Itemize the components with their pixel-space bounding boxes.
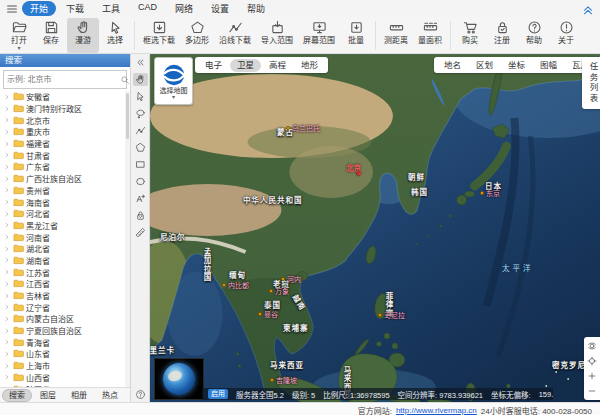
phone-text: 24小时客服电话: 400-028-0050	[481, 405, 592, 415]
map-plus-button[interactable]	[587, 371, 597, 381]
toolbar-button-9[interactable]: 屏幕范围	[298, 18, 340, 53]
toolbar-button-11[interactable]: 测距离	[379, 18, 413, 53]
strip-tool-lock[interactable]	[133, 209, 148, 222]
tree-item-province[interactable]: 江西省	[0, 278, 130, 290]
strip-tool-measure[interactable]	[133, 226, 148, 239]
toolbar-button-2[interactable]: 保存	[35, 18, 67, 53]
tree-item-province[interactable]: 宁夏回族自治区	[0, 325, 130, 337]
strip-tool-pan[interactable]	[133, 73, 148, 86]
map-type-tab-1[interactable]: 电子	[198, 59, 229, 72]
map-type-tab-3[interactable]: 高程	[262, 59, 293, 72]
toolbar-button-1[interactable]: 打开▾	[3, 18, 35, 53]
sidebar-tab-4[interactable]: 热点	[96, 390, 124, 401]
menu-item-5[interactable]: 网络	[167, 1, 201, 16]
tree-item-province[interactable]: 海南省	[0, 196, 130, 208]
menu-item-7[interactable]: 帮助	[239, 1, 273, 16]
map-viewport[interactable]: 选择地图 ▾ 电子卫星高程地形 地名区划坐标图幅瓦片 任务列表 蒙古中华人民共和…	[150, 54, 600, 402]
server-badge[interactable]: 启用	[208, 389, 228, 399]
search-input[interactable]	[4, 75, 120, 84]
menu-item-1[interactable]: 开始	[22, 1, 56, 16]
tree-item-province[interactable]: 辽宁省	[0, 301, 130, 313]
overview-globe[interactable]	[154, 358, 204, 400]
tree-item-province[interactable]: 北京市	[0, 114, 130, 126]
tree-item-province[interactable]: 湖南省	[0, 255, 130, 267]
map-minus-button[interactable]	[587, 386, 597, 396]
strip-help-button[interactable]	[135, 389, 146, 400]
tree-item-province[interactable]: 山西省	[0, 372, 130, 384]
map-source-button[interactable]: 选择地图 ▾	[154, 57, 193, 105]
map-orbit-button[interactable]	[587, 341, 597, 351]
tree-item-province[interactable]: 广西壮族自治区	[0, 173, 130, 185]
menu-item-3[interactable]: 工具	[94, 1, 128, 16]
tree-item-province[interactable]: 内蒙古自治区	[0, 313, 130, 325]
tree-item-province[interactable]: 甘肃省	[0, 149, 130, 161]
tree-scrollbar[interactable]	[125, 91, 130, 387]
tree-item-province[interactable]: 澳门特别行政区	[0, 103, 130, 115]
province-label: 河南省	[26, 232, 50, 243]
tree-item-province[interactable]: 安徽省	[0, 91, 130, 103]
tree-item-province[interactable]: 黑龙江省	[0, 220, 130, 232]
sidebar-tab-1[interactable]: 搜索	[3, 390, 31, 401]
tree-item-province[interactable]: 广东省	[0, 161, 130, 173]
map-type-tab-4[interactable]: 地形	[294, 59, 325, 72]
toolbar-button-7[interactable]: 沿线下载	[214, 18, 256, 53]
overlay-option-2[interactable]: 区划	[469, 59, 500, 72]
map-type-tab-2[interactable]: 卫星	[230, 59, 261, 72]
caret-right-icon	[3, 175, 11, 183]
toolbar-button-13[interactable]: 购买	[454, 18, 486, 53]
task-list-tab[interactable]: 任务列表	[582, 57, 600, 109]
tree-item-province[interactable]: 重庆市	[0, 126, 130, 138]
toolbar-button-14[interactable]: 注册	[486, 18, 518, 53]
province-label: 重庆市	[26, 126, 50, 137]
tree-item-province[interactable]: 江苏省	[0, 266, 130, 278]
strip-tool-polyline[interactable]	[133, 124, 148, 137]
strip-tool-collapse-panel[interactable]	[133, 56, 148, 69]
strip-tool-select[interactable]	[133, 90, 148, 103]
toolbar-button-15[interactable]: 帮助	[518, 18, 550, 53]
tree-item-province[interactable]: 贵州省	[0, 185, 130, 197]
sidebar-tab-2[interactable]: 图层	[34, 390, 62, 401]
menu-item-4[interactable]: CAD	[130, 1, 165, 16]
overlay-option-4[interactable]: 图幅	[533, 59, 564, 72]
strip-tool-lasso[interactable]	[133, 107, 148, 120]
caret-right-icon	[3, 128, 11, 136]
caret-right-icon	[3, 116, 11, 124]
caret-right-icon	[3, 362, 11, 370]
map-target-button[interactable]	[587, 356, 597, 366]
tree-item-province[interactable]: 河北省	[0, 208, 130, 220]
overlay-option-1[interactable]: 地名	[437, 59, 468, 72]
toolbar-button-10[interactable]: 批量	[340, 18, 372, 53]
collapse-ribbon-icon[interactable]	[581, 2, 595, 16]
toolbar-button-16[interactable]: 关于	[550, 18, 582, 53]
footer-bar: 官方网站: http://www.rivermap.cn 24小时客服电话: 4…	[0, 402, 600, 415]
tree-item-province[interactable]: 上海市	[0, 360, 130, 372]
caret-right-icon	[3, 268, 11, 276]
toolbar-button-6[interactable]: 多边形	[180, 18, 214, 53]
strip-tool-add-text[interactable]	[133, 192, 148, 205]
strip-tool-circle[interactable]	[133, 175, 148, 188]
tree-item-province[interactable]: 青海省	[0, 336, 130, 348]
strip-tool-polygon[interactable]	[133, 141, 148, 154]
tree-item-province[interactable]: 福建省	[0, 138, 130, 150]
tree-item-province[interactable]: 河南省	[0, 231, 130, 243]
tree-item-province[interactable]: 吉林省	[0, 290, 130, 302]
strip-tool-rectangle[interactable]	[133, 158, 148, 171]
site-link[interactable]: http://www.rivermap.cn	[396, 406, 477, 415]
toolbar-button-12[interactable]: 量面积	[413, 18, 447, 53]
overlay-option-3[interactable]: 坐标	[501, 59, 532, 72]
toolbar-button-4[interactable]: 选择	[99, 18, 131, 53]
scrollbar-thumb[interactable]	[126, 93, 129, 139]
toolbar-button-3[interactable]: 漫游	[67, 18, 99, 53]
tree-item-province[interactable]: 山东省	[0, 348, 130, 360]
tree-item-province[interactable]: 湖北省	[0, 243, 130, 255]
toolbar-button-8[interactable]: 导入范围	[256, 18, 298, 53]
toolbar-button-5[interactable]: 框选下载	[138, 18, 180, 53]
search-box[interactable]	[3, 70, 127, 89]
lock-icon	[495, 20, 510, 35]
sidebar-tab-3[interactable]: 相册	[65, 390, 93, 401]
satellite-map-image	[150, 54, 600, 402]
tree-item-province[interactable]: 陕西省	[0, 383, 130, 387]
menu-item-2[interactable]: 下载	[58, 1, 92, 16]
menu-item-6[interactable]: 设置	[203, 1, 237, 16]
hamburger-menu-icon[interactable]	[5, 2, 19, 16]
